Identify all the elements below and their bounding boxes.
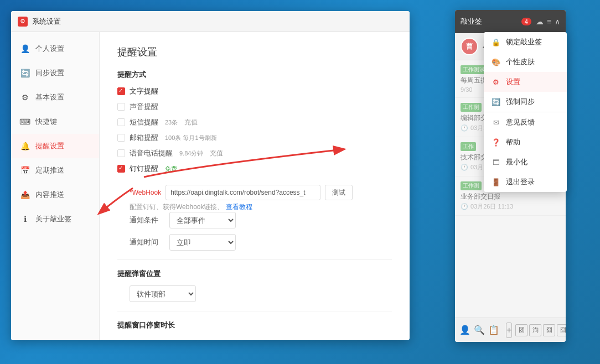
menu-item-label: 强制同步 bbox=[506, 97, 535, 107]
bell-icon: 🔔 bbox=[20, 141, 30, 151]
notify-condition-row: 通知条件 全部事件 bbox=[130, 212, 392, 228]
task-progress: 9/30 bbox=[461, 86, 472, 93]
clock-icon: 🕐 bbox=[461, 124, 468, 132]
menu-item-label: 设置 bbox=[506, 77, 520, 87]
phone-reminder-checkbox[interactable] bbox=[117, 149, 125, 157]
notify-condition-label: 通知条件 bbox=[130, 215, 163, 225]
list-view-button[interactable]: 囧 bbox=[557, 324, 566, 336]
force-sync-icon: 🔄 bbox=[492, 97, 500, 106]
sidebar-item-basic[interactable]: ⚙ 基本设置 bbox=[11, 85, 99, 110]
app-sidebar-header: 敲业签 4 ☁ ≡ ∧ bbox=[455, 10, 566, 33]
notification-badge: 4 bbox=[521, 18, 531, 25]
menu-item-logout[interactable]: 🚪 退出登录 bbox=[484, 172, 567, 192]
menu-item-minimize[interactable]: 🗔 最小化 bbox=[484, 152, 567, 172]
help-icon: ❓ bbox=[492, 138, 500, 147]
collapse-icon[interactable]: ∧ bbox=[555, 18, 560, 25]
sms-reminder-checkbox[interactable] bbox=[117, 118, 125, 126]
webhook-test-button[interactable]: 测试 bbox=[325, 185, 353, 200]
sound-reminder-checkbox[interactable] bbox=[117, 103, 125, 111]
menu-item-settings[interactable]: ⚙ 设置 bbox=[484, 72, 567, 92]
app-sidebar-title: 敲业签 bbox=[461, 17, 517, 27]
option-text-reminder: 文字提醒 bbox=[117, 86, 392, 96]
search-button[interactable]: 🔍 bbox=[474, 323, 485, 338]
settings-main-content: 提醒设置 提醒方式 文字提醒 声音提醒 bbox=[100, 32, 410, 340]
webhook-tutorial-link[interactable]: 查看教程 bbox=[226, 203, 252, 211]
text-reminder-checkbox[interactable] bbox=[117, 87, 125, 95]
sidebar-item-personal[interactable]: 👤 个人设置 bbox=[11, 37, 99, 61]
menu-icon[interactable]: ≡ bbox=[547, 18, 551, 25]
task-time: 03月26日 11:13 bbox=[470, 202, 513, 211]
text-reminder-label: 文字提醒 bbox=[130, 86, 158, 96]
sms-recharge-link[interactable]: 充值 bbox=[184, 118, 198, 127]
webhook-label: *WebHook bbox=[130, 189, 161, 196]
email-reminder-checkbox[interactable] bbox=[117, 134, 125, 142]
menu-item-force-sync[interactable]: 🔄 强制同步 bbox=[484, 92, 567, 112]
option-phone-reminder: 语音电话提醒 9.84分钟 充值 bbox=[117, 148, 392, 158]
sidebar-item-label: 快捷键 bbox=[35, 117, 57, 127]
sms-reminder-label: 短信提醒 bbox=[130, 117, 158, 127]
webhook-hint-text: 配置钉钉、获得Webhook链接、 bbox=[130, 203, 224, 211]
option-email-reminder: 邮箱提醒 100条 每月1号刷新 bbox=[117, 133, 392, 143]
task-tag: 工作测 bbox=[461, 103, 482, 112]
sidebar-item-reminder[interactable]: 🔔 提醒设置 bbox=[11, 134, 99, 158]
sync-icon: 🔄 bbox=[20, 68, 30, 78]
sidebar-item-label: 内容推送 bbox=[35, 190, 64, 200]
webhook-input[interactable] bbox=[165, 185, 320, 200]
page-title: 提醒设置 bbox=[117, 45, 392, 59]
menu-item-skin[interactable]: 🎨 个性皮肤 bbox=[484, 52, 567, 72]
add-button[interactable]: + bbox=[506, 323, 512, 338]
sidebar-item-label: 关于敲业签 bbox=[35, 214, 71, 224]
clock-icon: 🕐 bbox=[461, 203, 468, 210]
settings-body: 👤 个人设置 🔄 同步设置 ⚙ 基本设置 ⌨ 快捷键 🔔 提醒设置 bbox=[11, 32, 410, 340]
sidebar-item-scheduled[interactable]: 📅 定期推送 bbox=[11, 158, 99, 183]
clock-icon: 🕐 bbox=[461, 164, 468, 171]
option-sound-reminder: 声音提醒 bbox=[117, 102, 392, 112]
grid-view-button[interactable]: 囧 bbox=[543, 324, 555, 336]
sidebar-item-label: 定期推送 bbox=[35, 165, 64, 175]
contacts-button[interactable]: 👤 bbox=[459, 323, 470, 338]
sidebar-item-about[interactable]: ℹ 关于敲业签 bbox=[11, 207, 99, 231]
menu-item-label: 意见反馈 bbox=[506, 117, 535, 127]
feedback-icon: ✉ bbox=[492, 118, 500, 127]
menu-item-lock[interactable]: 🔒 锁定敲业签 bbox=[484, 32, 567, 52]
section-divider bbox=[117, 259, 392, 260]
app-footer: 👤 🔍 📋 + 团 淘 囧 囧 : bbox=[455, 318, 566, 342]
task-tag: 工作测 bbox=[461, 181, 482, 190]
cloud-icon[interactable]: ☁ bbox=[536, 18, 544, 25]
sidebar-item-shortcut[interactable]: ⌨ 快捷键 bbox=[11, 110, 99, 134]
dingtalk-free-badge: 免费 bbox=[165, 165, 177, 173]
settings-window-title: 系统设置 bbox=[32, 17, 61, 27]
sms-count-badge: 23条 bbox=[165, 118, 178, 127]
notify-time-select[interactable]: 立即 bbox=[169, 234, 236, 251]
popup-position-select[interactable]: 软件顶部 bbox=[130, 285, 196, 302]
menu-item-help[interactable]: ❓ 帮助 bbox=[484, 132, 567, 152]
sidebar-item-content[interactable]: 📤 内容推送 bbox=[11, 183, 99, 207]
keyboard-icon: ⌨ bbox=[20, 117, 30, 127]
sidebar-item-sync[interactable]: 🔄 同步设置 bbox=[11, 61, 99, 85]
settings-icon: ⚙ bbox=[492, 77, 500, 86]
task-title: 业务部交日报 bbox=[461, 192, 560, 201]
calendar-icon: 📅 bbox=[20, 165, 30, 175]
avatar: 曹 bbox=[461, 38, 478, 55]
notify-condition-select[interactable]: 全部事件 bbox=[169, 212, 236, 228]
phone-recharge-link[interactable]: 充值 bbox=[210, 149, 223, 158]
task-meta: 🕐 03月26日 11:13 bbox=[461, 202, 560, 211]
menu-item-label: 退出登录 bbox=[506, 177, 535, 187]
menu-item-feedback[interactable]: ✉ 意见反馈 bbox=[484, 112, 567, 132]
desktop: ⚙ 系统设置 👤 个人设置 🔄 同步设置 ⚙ 基本设置 ⌨ bbox=[0, 0, 600, 364]
dropdown-menu: 🔒 锁定敲业签 🎨 个性皮肤 ⚙ 设置 🔄 强制同步 ✉ 意见反馈 ❓ 帮助 🗔… bbox=[484, 32, 567, 192]
email-reminder-label: 邮箱提醒 bbox=[130, 133, 158, 143]
section-title-popup-position: 提醒弹窗位置 bbox=[117, 269, 392, 279]
task-tag: 工作测试 bbox=[461, 65, 487, 74]
lock-icon: 🔒 bbox=[492, 38, 500, 46]
sidebar-item-label: 基本设置 bbox=[35, 92, 64, 102]
team-view-button[interactable]: 团 bbox=[515, 324, 527, 336]
dingtalk-reminder-checkbox[interactable] bbox=[117, 165, 125, 173]
person-icon: 👤 bbox=[20, 44, 30, 54]
menu-item-label: 帮助 bbox=[506, 137, 520, 147]
app-header-actions: ☁ ≡ ∧ bbox=[536, 18, 560, 25]
settings-app-icon: ⚙ bbox=[18, 17, 28, 27]
taobao-view-button[interactable]: 淘 bbox=[529, 324, 541, 336]
gear-icon: ⚙ bbox=[20, 92, 30, 102]
calendar-button[interactable]: 📋 bbox=[488, 323, 499, 338]
